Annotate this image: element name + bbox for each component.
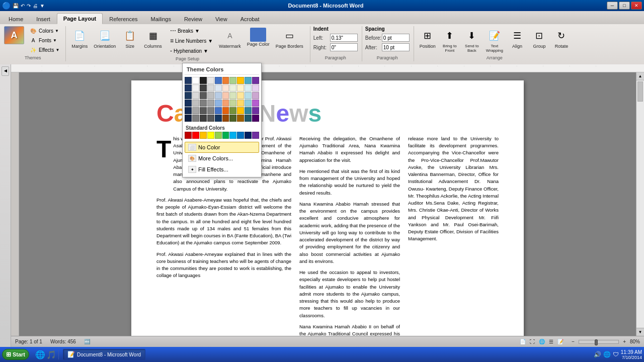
swatch-6-3[interactable] — [200, 115, 207, 122]
line-numbers-button[interactable]: ≡ Line Numbers ▼ — [168, 36, 215, 45]
swatch-5-3[interactable] — [200, 107, 207, 114]
swatch-3-5[interactable] — [215, 92, 222, 99]
proofing-icon[interactable]: 🔤 — [84, 339, 90, 344]
swatch-6-7[interactable] — [229, 115, 236, 122]
position-button[interactable]: ⊞ Position — [417, 26, 438, 50]
minimize-button[interactable]: ─ — [607, 2, 618, 10]
swatch-2-10[interactable] — [252, 84, 259, 92]
close-button[interactable]: ✕ — [631, 2, 642, 10]
swatch-1-4[interactable] — [207, 77, 214, 84]
tab-page-layout[interactable]: Page Layout — [57, 13, 103, 24]
swatch-4-8[interactable] — [237, 100, 244, 107]
fill-effects-item[interactable]: ✦ Fill Effects... — [185, 164, 259, 175]
view-outline[interactable]: ☰ — [549, 339, 553, 344]
tab-view[interactable]: View — [209, 14, 234, 24]
swatch-5-2[interactable] — [192, 107, 199, 114]
scroll-up-button[interactable]: ▲ — [636, 72, 644, 80]
send-to-back-button[interactable]: ⬇ Send toBack — [461, 26, 482, 54]
swatch-1-6[interactable] — [222, 77, 229, 84]
scroll-thumb[interactable] — [637, 81, 643, 102]
swatch-3-9[interactable] — [245, 92, 252, 99]
swatch-5-7[interactable] — [229, 107, 236, 114]
breaks-button[interactable]: ⋯ Breaks ▼ — [168, 26, 215, 35]
swatch-6-9[interactable] — [245, 115, 252, 122]
swatch-3-4[interactable] — [207, 92, 214, 99]
swatch-4-6[interactable] — [222, 100, 229, 107]
swatch-6-5[interactable] — [215, 115, 222, 122]
swatch-3-6[interactable] — [222, 92, 229, 99]
tab-mailings[interactable]: Mailings — [144, 14, 178, 24]
swatch-1-10[interactable] — [252, 77, 259, 84]
std-swatch-4[interactable] — [207, 132, 214, 139]
swatch-2-3[interactable] — [200, 84, 207, 92]
tab-acrobat[interactable]: Acrobat — [234, 14, 266, 24]
swatch-2-2[interactable] — [192, 84, 199, 92]
swatch-4-1[interactable] — [185, 100, 192, 107]
panel-tab-navigate[interactable]: ▶ — [2, 66, 9, 76]
swatch-5-4[interactable] — [207, 107, 214, 114]
hyphenation-button[interactable]: - Hyphenation ▼ — [168, 46, 215, 55]
swatch-4-5[interactable] — [215, 100, 222, 107]
std-swatch-6[interactable] — [222, 132, 229, 139]
view-draft[interactable]: 📝 — [557, 339, 564, 344]
themes-main-btn[interactable]: A — [4, 26, 24, 44]
ql-ie[interactable]: 🌐 — [35, 350, 45, 359]
zoom-thumb[interactable] — [595, 339, 598, 345]
no-color-item[interactable]: ⬜ No Color — [185, 142, 259, 153]
zoom-out-button[interactable]: − — [572, 339, 575, 344]
taskbar-word-item[interactable]: 📝 Document8 - Microsoft Word — [63, 349, 145, 360]
swatch-2-4[interactable] — [207, 84, 214, 92]
swatch-3-3[interactable] — [200, 92, 207, 99]
swatch-5-8[interactable] — [237, 107, 244, 114]
margins-button[interactable]: 📄 Margins — [69, 26, 90, 50]
swatch-4-7[interactable] — [229, 100, 236, 107]
swatch-2-8[interactable] — [237, 84, 244, 92]
quick-undo[interactable]: ↶ — [21, 3, 25, 9]
text-wrapping-button[interactable]: 📝 TextWrapping — [484, 26, 506, 54]
swatch-6-6[interactable] — [222, 115, 229, 122]
swatch-4-4[interactable] — [207, 100, 214, 107]
swatch-3-2[interactable] — [192, 92, 199, 99]
tab-review[interactable]: Review — [178, 14, 209, 24]
view-web[interactable]: 🌐 — [539, 339, 545, 344]
swatch-3-8[interactable] — [237, 92, 244, 99]
std-swatch-7[interactable] — [229, 132, 236, 139]
swatch-1-2[interactable] — [192, 77, 199, 84]
std-swatch-9[interactable] — [245, 132, 252, 139]
start-button[interactable]: ⊞ Start — [2, 349, 29, 360]
quick-print[interactable]: 🖨 — [33, 3, 38, 9]
swatch-1-7[interactable] — [229, 77, 236, 84]
watermark-button[interactable]: A Watermark — [216, 26, 244, 50]
swatch-5-9[interactable] — [245, 107, 252, 114]
swatch-2-7[interactable] — [229, 84, 236, 92]
std-swatch-3[interactable] — [200, 132, 207, 139]
swatch-2-5[interactable] — [215, 84, 222, 92]
swatch-1-8[interactable] — [237, 77, 244, 84]
spacing-before-input[interactable] — [382, 34, 410, 42]
tab-insert[interactable]: Insert — [30, 14, 57, 24]
spacing-after-input[interactable] — [382, 43, 410, 51]
swatch-4-3[interactable] — [200, 100, 207, 107]
swatch-6-2[interactable] — [192, 115, 199, 122]
view-print[interactable]: 📄 — [520, 339, 526, 344]
swatch-4-2[interactable] — [192, 100, 199, 107]
ql-media[interactable]: 🎵 — [46, 350, 56, 359]
std-swatch-8[interactable] — [237, 132, 244, 139]
swatch-5-10[interactable] — [252, 107, 259, 114]
swatch-2-6[interactable] — [222, 84, 229, 92]
indent-right-input[interactable] — [330, 43, 358, 51]
swatch-6-10[interactable] — [252, 115, 259, 122]
quick-save[interactable]: 💾 — [13, 3, 19, 9]
bring-to-front-button[interactable]: ⬆ Bring toFront — [439, 26, 460, 54]
more-colors-item[interactable]: 🎨 More Colors... — [185, 153, 259, 164]
customize-qa[interactable]: ▼ — [40, 3, 45, 9]
swatch-5-1[interactable] — [185, 107, 192, 114]
rotate-button[interactable]: ↻ Rotate — [551, 26, 572, 50]
swatch-4-10[interactable] — [252, 100, 259, 107]
orientation-button[interactable]: 📃 Orientation — [91, 26, 118, 50]
group-button[interactable]: ⊡ Group — [529, 26, 550, 50]
swatch-6-4[interactable] — [207, 115, 214, 122]
swatch-2-9[interactable] — [245, 84, 252, 92]
std-swatch-10[interactable] — [252, 132, 259, 139]
swatch-1-3[interactable] — [200, 77, 207, 84]
